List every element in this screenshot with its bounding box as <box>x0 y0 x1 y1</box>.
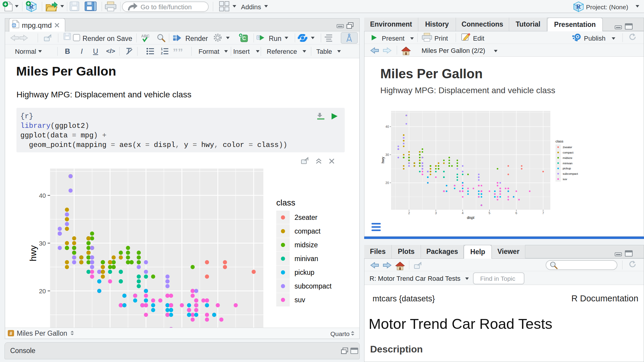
svg-text:1: 1 <box>161 48 163 51</box>
svg-text:30: 30 <box>385 153 389 157</box>
svg-text:minivan: minivan <box>294 255 318 263</box>
svg-text:subcompact: subcompact <box>294 282 332 290</box>
svg-text:compact: compact <box>294 227 321 235</box>
svg-text:subcompact: subcompact <box>563 172 578 175</box>
svg-text:2seater: 2seater <box>563 145 572 149</box>
svg-text:ABC: ABC <box>141 34 150 38</box>
svg-text:suv: suv <box>563 177 567 181</box>
svg-text:2: 2 <box>408 211 410 215</box>
svg-text:4: 4 <box>462 211 464 215</box>
svg-text:#: # <box>10 331 12 336</box>
svg-text:hwy: hwy <box>381 157 385 163</box>
svg-text:hwy: hwy <box>28 245 38 261</box>
svg-text:30: 30 <box>39 240 46 247</box>
svg-text:20: 20 <box>39 288 46 294</box>
svg-text:minivan: minivan <box>563 162 573 165</box>
svg-text:20: 20 <box>385 181 389 185</box>
svg-text:C: C <box>242 36 246 41</box>
svg-text:R: R <box>576 3 581 10</box>
svg-text:compact: compact <box>563 151 573 154</box>
svg-text:midsize: midsize <box>563 156 572 159</box>
svg-text:displ: displ <box>467 216 474 220</box>
svg-text:3: 3 <box>435 211 437 215</box>
svg-text:40: 40 <box>39 192 46 199</box>
svg-text:class: class <box>556 139 563 143</box>
svg-text:class: class <box>276 198 295 207</box>
svg-text:2seater: 2seater <box>294 214 318 221</box>
svg-text:40: 40 <box>385 125 389 128</box>
svg-text:suv: suv <box>294 296 305 304</box>
svg-text:6: 6 <box>515 211 517 215</box>
svg-text:midsize: midsize <box>294 241 318 249</box>
svg-text:pickup: pickup <box>294 269 314 276</box>
svg-text:pickup: pickup <box>563 167 571 170</box>
svg-text:7: 7 <box>542 211 544 215</box>
svg-text:5: 5 <box>489 211 490 215</box>
svg-text:2: 2 <box>161 51 163 55</box>
